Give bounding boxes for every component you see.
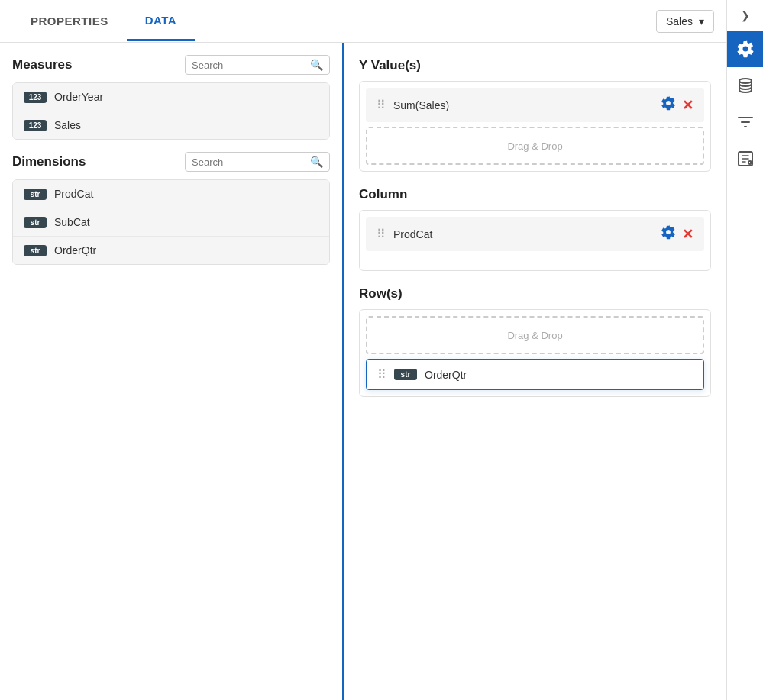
- filter-icon: [736, 113, 755, 131]
- dimensions-search-box[interactable]: 🔍: [185, 152, 330, 172]
- column-section: Column ⠿ ProdCat ✕: [359, 187, 711, 271]
- left-panel: Measures 🔍 123 OrderYear 123 Sales: [0, 43, 344, 700]
- settings-icon-btn[interactable]: [727, 31, 764, 67]
- rows-section: Row(s) Drag & Drop ⠿ str OrderQtr: [359, 286, 711, 397]
- field-badge: 123: [24, 92, 47, 103]
- drag-handle-icon[interactable]: ⠿: [377, 227, 386, 241]
- measures-search-box[interactable]: 🔍: [185, 55, 330, 75]
- dragging-drop-item: ⠿ str OrderQtr: [366, 359, 704, 390]
- dimensions-search-input[interactable]: [192, 156, 307, 168]
- drop-item-label: ProdCat: [393, 228, 653, 240]
- list-item[interactable]: str OrderQtr: [13, 237, 329, 264]
- close-icon[interactable]: ✕: [682, 97, 693, 114]
- edit-settings-icon-btn[interactable]: [727, 140, 764, 177]
- field-name: ProdCat: [54, 188, 93, 200]
- chevron-right-icon: ❯: [741, 9, 750, 21]
- y-values-drop-zone[interactable]: ⠿ Sum(Sales) ✕ Drag & Drop: [359, 81, 711, 172]
- drop-item: ⠿ ProdCat ✕: [366, 217, 704, 251]
- dataset-label: Sales: [666, 15, 693, 27]
- y-values-section: Y Value(s) ⠿ Sum(Sales) ✕ Drag & Drop: [359, 58, 711, 172]
- measures-search-input[interactable]: [192, 60, 307, 71]
- main-content: PROPERTIES DATA Sales ▾ Measures 🔍: [0, 0, 726, 700]
- list-item[interactable]: str ProdCat: [13, 180, 329, 208]
- database-icon: [736, 76, 755, 95]
- drop-item-actions: ✕: [661, 95, 693, 115]
- y-values-placeholder[interactable]: Drag & Drop: [366, 127, 704, 165]
- dimensions-field-list: str ProdCat str SubCat str OrderQtr: [12, 179, 330, 265]
- column-title: Column: [359, 187, 711, 202]
- drag-handle-icon[interactable]: ⠿: [377, 367, 386, 382]
- search-icon: 🔍: [310, 59, 323, 71]
- edit-settings-icon: [736, 150, 755, 168]
- field-badge: str: [394, 369, 417, 380]
- search-icon: 🔍: [310, 156, 323, 168]
- gear-icon[interactable]: [661, 224, 676, 244]
- dimensions-title: Dimensions: [12, 154, 86, 169]
- field-name: Sales: [54, 119, 81, 131]
- list-item[interactable]: str SubCat: [13, 208, 329, 237]
- close-icon[interactable]: ✕: [682, 226, 693, 243]
- drag-handle-icon[interactable]: ⠿: [377, 98, 386, 112]
- tab-properties[interactable]: PROPERTIES: [12, 2, 127, 40]
- field-badge: str: [24, 189, 47, 200]
- rows-drop-zone[interactable]: Drag & Drop ⠿ str OrderQtr: [359, 309, 711, 397]
- drop-item-label: Sum(Sales): [393, 99, 653, 111]
- measures-section: Measures 🔍 123 OrderYear 123 Sales: [12, 55, 330, 140]
- gear-icon[interactable]: [661, 95, 676, 115]
- dataset-dropdown[interactable]: Sales ▾: [656, 10, 714, 33]
- dimensions-section: Dimensions 🔍 str ProdCat str SubCat: [12, 152, 330, 265]
- drop-item-actions: ✕: [661, 224, 693, 244]
- expand-button[interactable]: ❯: [733, 3, 758, 27]
- right-sidebar: ❯: [726, 0, 763, 700]
- filter-icon-btn[interactable]: [727, 104, 764, 140]
- measures-title: Measures: [12, 57, 72, 73]
- header: PROPERTIES DATA Sales ▾: [0, 0, 726, 43]
- field-name: OrderYear: [54, 91, 103, 103]
- drop-item: ⠿ Sum(Sales) ✕: [366, 88, 704, 122]
- tab-data[interactable]: DATA: [127, 2, 195, 41]
- field-badge: str: [24, 245, 47, 256]
- body-area: Measures 🔍 123 OrderYear 123 Sales: [0, 43, 726, 700]
- svg-point-0: [739, 79, 752, 83]
- settings-icon: [736, 40, 755, 58]
- list-item[interactable]: 123 Sales: [13, 111, 329, 139]
- right-panel: Y Value(s) ⠿ Sum(Sales) ✕ Drag & Drop: [344, 43, 726, 700]
- field-name: SubCat: [54, 216, 90, 228]
- measures-field-list: 123 OrderYear 123 Sales: [12, 82, 330, 140]
- field-badge: 123: [24, 120, 47, 131]
- field-name: OrderQtr: [54, 244, 96, 256]
- chevron-down-icon: ▾: [699, 15, 704, 27]
- column-drop-zone[interactable]: ⠿ ProdCat ✕: [359, 210, 711, 271]
- dimensions-header: Dimensions 🔍: [12, 152, 330, 172]
- rows-placeholder[interactable]: Drag & Drop: [366, 316, 704, 354]
- y-values-title: Y Value(s): [359, 58, 711, 73]
- list-item[interactable]: 123 OrderYear: [13, 83, 329, 111]
- database-icon-btn[interactable]: [727, 67, 764, 104]
- measures-header: Measures 🔍: [12, 55, 330, 75]
- dragging-item-label: OrderQtr: [425, 369, 693, 381]
- rows-title: Row(s): [359, 286, 711, 302]
- field-badge: str: [24, 217, 47, 228]
